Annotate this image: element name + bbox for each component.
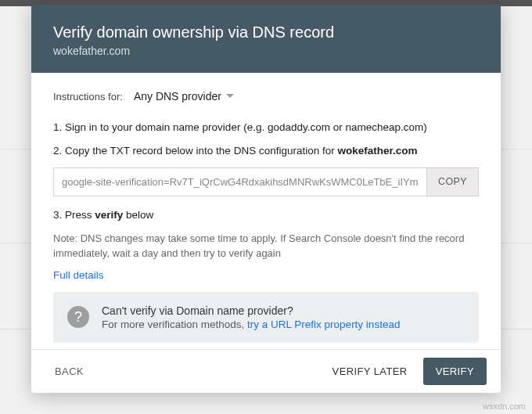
watermark: wsxdn.com	[483, 401, 526, 411]
verify-button[interactable]: VERIFY	[423, 358, 487, 385]
provider-selected-value: Any DNS provider	[134, 90, 221, 103]
txt-record-row: COPY	[53, 167, 479, 196]
instructions-for-label: Instructions for:	[53, 91, 123, 103]
full-details-link[interactable]: Full details	[53, 269, 479, 281]
verify-domain-dialog: Verify domain ownership via DNS record w…	[31, 5, 501, 393]
txt-record-input[interactable]	[53, 167, 426, 196]
step-1: 1. Sign in to your domain name provider …	[53, 120, 479, 135]
alt-verification-box: ? Can't verify via Domain name provider?…	[53, 292, 479, 343]
back-button[interactable]: BACK	[45, 358, 93, 385]
dialog-header: Verify domain ownership via DNS record w…	[31, 5, 501, 73]
dns-note: Note: DNS changes may take some time to …	[53, 231, 479, 261]
step-2: 2. Copy the TXT record below into the DN…	[53, 143, 479, 159]
dialog-body: Instructions for: Any DNS provider 1. Si…	[31, 73, 501, 349]
alt-verification-text: Can't verify via Domain name provider? F…	[102, 304, 400, 330]
step-2-domain: wokefather.com	[337, 145, 417, 157]
instructions-for-row: Instructions for: Any DNS provider	[53, 87, 479, 106]
chevron-down-icon	[226, 94, 234, 99]
copy-button[interactable]: COPY	[426, 167, 479, 196]
step-3-bold: verify	[95, 209, 123, 221]
step-3-suffix: below	[123, 209, 153, 221]
dialog-title: Verify domain ownership via DNS record	[53, 23, 479, 41]
alt-verification-title: Can't verify via Domain name provider?	[102, 304, 400, 317]
url-prefix-link[interactable]: try a URL Prefix property instead	[247, 319, 400, 330]
step-3: 3. Press verify below	[53, 207, 479, 223]
provider-dropdown[interactable]: Any DNS provider	[132, 87, 235, 106]
dialog-domain: wokefather.com	[53, 45, 479, 57]
dialog-footer: BACK VERIFY LATER VERIFY	[31, 349, 501, 393]
verify-later-button[interactable]: VERIFY LATER	[323, 358, 417, 385]
step-2-text: 2. Copy the TXT record below into the DN…	[53, 145, 337, 157]
alt-verification-subtitle: For more verification methods, try a URL…	[102, 319, 400, 330]
question-icon: ?	[67, 306, 89, 328]
alt-verification-sub-prefix: For more verification methods,	[102, 319, 247, 330]
step-3-prefix: 3. Press	[53, 209, 95, 221]
